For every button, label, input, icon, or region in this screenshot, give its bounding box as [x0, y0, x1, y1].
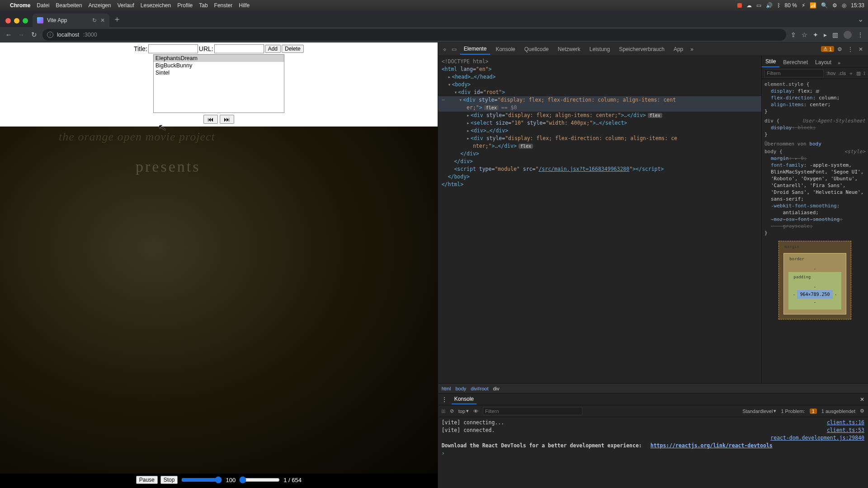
crumb[interactable]: div — [493, 386, 499, 391]
console-problem-label[interactable]: 1 Problem: — [781, 408, 805, 414]
console-settings-icon[interactable]: ⚙ — [860, 408, 864, 414]
console-hidden-label[interactable]: 1 ausgeblendet — [821, 408, 855, 414]
media-control-icon[interactable]: ▸ — [824, 31, 827, 38]
url-input[interactable] — [214, 44, 264, 53]
styles-pin-icon[interactable]: ⟟ — [863, 70, 865, 76]
nav-back-button[interactable]: ← — [5, 31, 13, 38]
console-filter-input[interactable] — [483, 407, 582, 415]
menu-view[interactable]: Anzeigen — [88, 2, 111, 9]
tabs-dropdown-icon[interactable]: ⌄ — [858, 15, 863, 23]
nav-reload-button[interactable]: ↻ — [30, 31, 38, 39]
devtools-tab-perf[interactable]: Leistung — [585, 44, 614, 54]
video-listbox[interactable]: ElephantsDream BigBuckBunny Sintel — [153, 54, 284, 113]
drawer-tab-console[interactable]: Konsole — [452, 394, 476, 404]
omnibox[interactable]: i localhost:3000 — [42, 29, 786, 41]
devtools-menu-icon[interactable]: ⋮ — [845, 46, 855, 52]
styles-add-rule-icon[interactable]: ＋ — [849, 70, 854, 77]
tray-wifi-icon[interactable]: 📶 — [810, 2, 816, 9]
tray-battery-pct[interactable]: 80 % — [785, 2, 797, 9]
seek-slider[interactable] — [239, 476, 280, 483]
nav-forward-button[interactable]: → — [17, 31, 25, 38]
crumb[interactable]: div#root — [471, 386, 488, 391]
tray-siri-icon[interactable]: ◎ — [842, 2, 846, 9]
site-info-icon[interactable]: i — [47, 32, 53, 38]
tray-volume-icon[interactable]: 🔊 — [766, 2, 773, 9]
styles-filter-input[interactable] — [764, 69, 824, 77]
console-live-icon[interactable]: 👁 — [473, 408, 478, 414]
prev-button[interactable]: ⏮ — [203, 115, 218, 124]
next-button[interactable]: ⏭ — [220, 115, 234, 124]
menu-edit[interactable]: Bearbeiten — [56, 2, 82, 9]
tray-search-icon[interactable]: 🔍 — [821, 2, 828, 9]
app-name[interactable]: Chrome — [10, 2, 30, 9]
devtools-tab-elements[interactable]: Elemente — [460, 44, 491, 55]
title-input[interactable] — [148, 44, 198, 53]
browser-tab[interactable]: Vite App ↻ ✕ — [33, 14, 109, 27]
styles-rules[interactable]: element.style { display: flex; ▦ flex-di… — [762, 79, 868, 383]
drawer-menu-icon[interactable]: ⋮ — [442, 396, 447, 403]
styles-panel-icon[interactable]: ▥ — [856, 70, 861, 76]
console-output[interactable]: [vite] connecting...client.ts:16 [vite] … — [438, 417, 868, 488]
drawer-close-icon[interactable]: ✕ — [860, 396, 864, 403]
window-zoom-button[interactable] — [23, 18, 28, 23]
devtools-warning-badge[interactable]: ⚠ 1 — [821, 46, 834, 52]
styles-overflow-icon[interactable]: » — [835, 58, 843, 67]
devtools-tab-network[interactable]: Netzwerk — [554, 44, 585, 54]
menu-bookmarks[interactable]: Lesezeichen — [141, 2, 171, 9]
menu-history[interactable]: Verlauf — [117, 2, 134, 9]
console-prompt[interactable]: › — [442, 450, 445, 456]
styles-tab-computed[interactable]: Berechnet — [779, 57, 811, 67]
tray-cc-icon[interactable]: ⚙︎ — [832, 2, 837, 9]
dom-tree[interactable]: <!DOCTYPE html> <html lang="en"> ▸<head>… — [438, 56, 762, 383]
delete-button[interactable]: Delete — [282, 45, 304, 53]
tab-close-icon[interactable]: ✕ — [100, 17, 105, 23]
window-close-button[interactable] — [5, 18, 11, 23]
tray-display-icon[interactable]: ▭ — [756, 2, 761, 9]
stop-button[interactable]: Stop — [160, 476, 178, 484]
devtools-tab-memory[interactable]: Speicherverbrauch — [615, 44, 669, 54]
pause-button[interactable]: Pause — [136, 476, 158, 484]
inspect-element-icon[interactable]: ⟐ — [441, 46, 448, 52]
devtools-settings-icon[interactable]: ⚙ — [835, 46, 844, 52]
menu-help[interactable]: Hilfe — [239, 2, 250, 9]
device-toggle-icon[interactable]: ▭ — [449, 46, 459, 52]
extensions-icon[interactable]: ✦ — [813, 31, 818, 38]
list-item[interactable]: Sintel — [154, 69, 284, 76]
volume-slider[interactable] — [181, 476, 222, 483]
devtools-tab-sources[interactable]: Quellcode — [520, 44, 553, 54]
tray-battery-icon[interactable]: ⚡︎ — [802, 2, 805, 9]
console-exec-icon[interactable]: ▸⃞ — [442, 408, 445, 414]
chrome-menu-icon[interactable]: ⋮ — [857, 31, 863, 38]
menu-profiles[interactable]: Profile — [177, 2, 193, 9]
devtools-tabs-overflow-icon[interactable]: » — [688, 46, 696, 52]
styles-tab-layout[interactable]: Layout — [811, 57, 835, 67]
tray-cloud-icon[interactable]: ☁︎ — [746, 2, 752, 9]
add-button[interactable]: Add — [265, 45, 281, 53]
side-panel-icon[interactable]: ▥ — [832, 31, 838, 38]
box-model[interactable]: margin border - padding - - 964×789.250 … — [764, 241, 865, 319]
tray-record-icon[interactable] — [737, 3, 742, 8]
menu-tab[interactable]: Tab — [199, 2, 208, 9]
list-item[interactable]: ElephantsDream — [154, 55, 284, 62]
devtools-tab-console[interactable]: Konsole — [491, 44, 519, 54]
devtools-tab-app[interactable]: App — [670, 44, 687, 54]
console-problem-badge[interactable]: 1 — [810, 408, 817, 414]
crumb[interactable]: body — [455, 386, 466, 391]
share-icon[interactable]: ⇪ — [791, 31, 796, 38]
console-level-selector[interactable]: Standardlevel ▾ — [742, 408, 776, 414]
console-clear-icon[interactable]: ⊘ — [450, 408, 454, 414]
new-tab-button[interactable]: ＋ — [113, 14, 121, 24]
menu-file[interactable]: Datei — [37, 2, 49, 9]
tab-reload-icon[interactable]: ↻ — [92, 17, 97, 23]
devtools-close-icon[interactable]: ✕ — [856, 46, 865, 52]
profile-avatar-icon[interactable] — [844, 31, 852, 39]
styles-hov-button[interactable]: :hov — [826, 70, 836, 76]
console-context-selector[interactable]: top ▾ — [458, 408, 469, 414]
list-item[interactable]: BigBuckBunny — [154, 62, 284, 69]
video-player-area[interactable]: the orange open movie project presents — [0, 127, 438, 474]
tray-bt-icon[interactable]: ᛒ — [777, 2, 780, 9]
styles-cls-button[interactable]: .cls — [839, 70, 846, 76]
menu-window[interactable]: Fenster — [214, 2, 233, 9]
styles-tab-styles[interactable]: Stile — [762, 56, 779, 67]
tray-clock[interactable]: 15:33 — [851, 2, 864, 9]
